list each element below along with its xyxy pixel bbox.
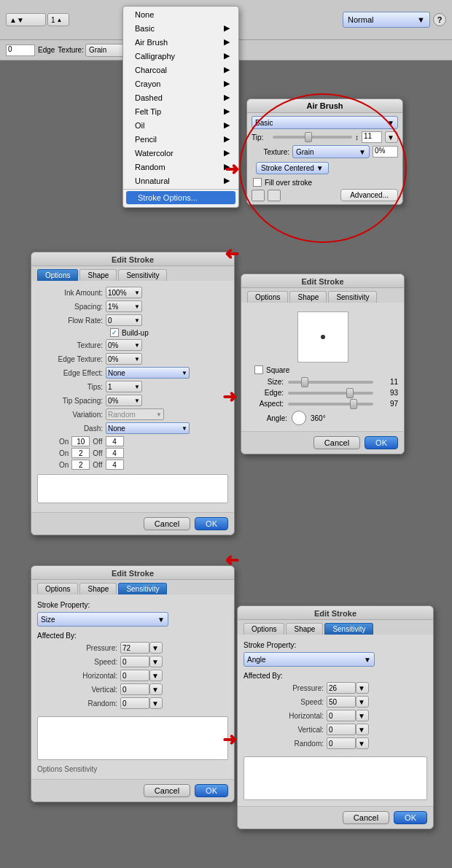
buildup-checkbox[interactable]	[110, 328, 119, 337]
menu-watercolor[interactable]: Watercolor ▶	[123, 146, 238, 160]
menu-oil[interactable]: Oil ▶	[123, 118, 238, 132]
angle-circle[interactable]	[292, 411, 306, 425]
normal-dropdown[interactable]: Normal ▼	[343, 12, 430, 28]
airbrush-footer-row: Advanced...	[252, 189, 398, 201]
size-property-select[interactable]: Size ▼	[37, 612, 168, 627]
help-icon[interactable]: ?	[433, 13, 446, 26]
cancel-btn-3[interactable]: Cancel	[144, 784, 190, 797]
angle-property-select[interactable]: Angle ▼	[243, 652, 375, 667]
edge-effect-select[interactable]: None ▼	[106, 367, 190, 379]
variation-select[interactable]: Random ▼	[106, 408, 164, 420]
speed-select-3[interactable]: 0	[120, 656, 149, 667]
random-select-4[interactable]: 0	[327, 737, 356, 749]
cancel-btn-1[interactable]: Cancel	[144, 517, 190, 530]
menu-charcoal[interactable]: Charcoal ▶	[123, 63, 238, 77]
speed-arrow-3[interactable]: ▼	[149, 656, 163, 667]
dash-off-3[interactable]: 4	[106, 460, 124, 470]
vertical-arrow-4[interactable]: ▼	[356, 724, 369, 735]
horizontal-select-3[interactable]: 0	[120, 670, 149, 681]
menu-airbrush[interactable]: Air Brush ▶	[123, 35, 238, 49]
value-input-1[interactable]: 0	[6, 44, 35, 56]
random-arrow-4[interactable]: ▼	[356, 737, 369, 749]
pressure-label-4: Pressure:	[243, 684, 324, 692]
texture-percent-ab[interactable]: 0%	[373, 146, 398, 158]
size-select[interactable]: 1 ▲	[47, 13, 69, 26]
tip-spacing-select[interactable]: 0% ▼	[106, 395, 142, 406]
tab-sensitivity-2[interactable]: Sensitivity	[328, 291, 377, 303]
tab-sensitivity-4[interactable]: Sensitivity	[324, 623, 373, 635]
tab-shape-2[interactable]: Shape	[289, 291, 327, 303]
tip-value-input[interactable]: 11	[362, 131, 382, 143]
texture-select-es1[interactable]: 0% ▼	[106, 339, 142, 351]
stroke-options-item[interactable]: Stroke Options...	[126, 191, 235, 204]
dash-on-3[interactable]: 2	[71, 460, 90, 470]
horizontal-select-4[interactable]: 0	[327, 710, 356, 721]
tab-shape-3[interactable]: Shape	[79, 583, 117, 594]
dash-off-2[interactable]: 4	[106, 448, 124, 458]
dash-on-1[interactable]: 10	[71, 436, 90, 446]
horizontal-arrow-3[interactable]: ▼	[149, 670, 163, 681]
size-property-arrow: ▼	[157, 616, 165, 624]
tab-options-4[interactable]: Options	[243, 623, 284, 635]
vertical-select-4[interactable]: 0	[327, 724, 356, 735]
ink-amount-select[interactable]: 100% ▼	[106, 287, 142, 298]
duplicate-icon[interactable]	[252, 190, 265, 201]
ok-btn-1[interactable]: OK	[195, 517, 228, 530]
tip-slider[interactable]	[273, 136, 352, 139]
menu-unnatural[interactable]: Unnatural ▶	[123, 174, 238, 187]
pressure-arrow-3[interactable]: ▼	[149, 642, 163, 654]
pressure-arrow-4[interactable]: ▼	[356, 682, 369, 694]
tab-sensitivity-3[interactable]: Sensitivity	[118, 583, 167, 594]
tips-select[interactable]: 1 ▼	[106, 381, 142, 392]
pressure-select-4[interactable]: 26	[327, 682, 356, 694]
menu-dashed[interactable]: Dashed ▶	[123, 90, 238, 104]
dash-on-2[interactable]: 2	[71, 448, 90, 458]
cancel-btn-2[interactable]: Cancel	[313, 436, 360, 449]
brush-select[interactable]: ▲▼	[6, 13, 46, 26]
tab-sensitivity-1[interactable]: Sensitivity	[118, 269, 167, 281]
texture-select-top[interactable]: Grain	[85, 44, 125, 57]
spacing-select[interactable]: 1% ▼	[106, 301, 142, 312]
vertical-arrow-3[interactable]: ▼	[149, 683, 163, 695]
speed-arrow-4[interactable]: ▼	[356, 696, 369, 708]
airbrush-title: Air Brush	[306, 101, 343, 110]
advanced-btn[interactable]: Advanced...	[340, 189, 398, 201]
menu-pencil[interactable]: Pencil ▶	[123, 132, 238, 146]
flow-rate-arrow: ▼	[134, 317, 140, 324]
horizontal-arrow-4[interactable]: ▼	[356, 710, 369, 721]
fill-over-stroke-checkbox[interactable]	[253, 178, 262, 187]
aspect-slider-track[interactable]	[288, 403, 373, 406]
texture-select-ab[interactable]: Grain ▼	[292, 145, 370, 158]
vertical-select-3[interactable]: 0	[120, 683, 149, 695]
airbrush-type-select[interactable]: Basic ▼	[252, 116, 398, 129]
stroke-centered-badge[interactable]: Stroke Centered ▼	[256, 162, 329, 174]
tip-arrow-select[interactable]: ▼	[385, 131, 398, 143]
size-slider-track[interactable]	[288, 381, 373, 384]
random-arrow-3[interactable]: ▼	[149, 697, 163, 709]
random-select-3[interactable]: 0	[120, 697, 149, 709]
tab-options-2[interactable]: Options	[247, 291, 288, 303]
ok-btn-3[interactable]: OK	[195, 784, 228, 797]
tab-shape-1[interactable]: Shape	[79, 269, 117, 281]
cancel-btn-4[interactable]: Cancel	[343, 811, 389, 824]
menu-felt-tip[interactable]: Felt Tip ▶	[123, 104, 238, 118]
menu-crayon[interactable]: Crayon ▶	[123, 77, 238, 90]
tab-shape-4[interactable]: Shape	[286, 623, 323, 635]
tab-options-1[interactable]: Options	[37, 269, 78, 281]
ok-btn-4[interactable]: OK	[394, 811, 427, 824]
square-checkbox[interactable]	[254, 365, 263, 374]
pressure-select-3[interactable]: 72	[120, 642, 149, 654]
delete-icon[interactable]	[268, 190, 281, 201]
menu-random[interactable]: Random ▶	[123, 160, 238, 174]
menu-none[interactable]: None	[123, 8, 238, 21]
menu-calligraphy[interactable]: Calligraphy ▶	[123, 49, 238, 63]
edge-texture-select[interactable]: 0% ▼	[106, 353, 142, 365]
flow-rate-select[interactable]: 0 ▼	[106, 314, 142, 326]
dash-select-es1[interactable]: None ▼	[106, 422, 190, 434]
tab-options-3[interactable]: Options	[37, 583, 78, 594]
speed-select-4[interactable]: 50	[327, 696, 356, 708]
menu-basic[interactable]: Basic ▶	[123, 21, 238, 35]
edge-slider-track[interactable]	[288, 392, 373, 395]
ok-btn-2[interactable]: OK	[365, 436, 398, 449]
dash-off-1[interactable]: 4	[106, 436, 124, 446]
